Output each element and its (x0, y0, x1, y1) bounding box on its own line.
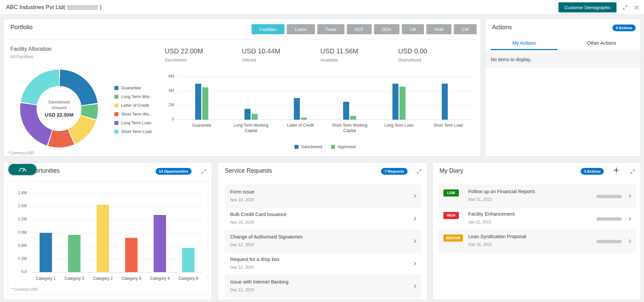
category-label: Category 6 (174, 276, 203, 281)
legend-swatch (114, 86, 118, 90)
legend-item: Long Term Loan (114, 119, 153, 127)
service-request-date: Dec 12, 2020 (230, 243, 254, 247)
bar-group (424, 84, 473, 120)
tab-loans[interactable]: Loans (287, 24, 315, 34)
close-icon[interactable] (634, 5, 639, 10)
category-label: Category 3 (60, 276, 89, 281)
stat-available: USD 11.56M Available (320, 47, 358, 62)
progress-bar[interactable] (596, 217, 622, 221)
bar-group (32, 233, 60, 272)
y-axis-labels: 0.00.3M0.6M0.9M1.2M1.5M1.8M (9, 193, 27, 272)
y-tick-label: 0.6M (18, 243, 27, 248)
bar-group (276, 98, 325, 120)
expand-icon[interactable] (201, 168, 207, 175)
portfolio-tabs: Facilities Loans Trade SCF DDA LM VAM CM (252, 24, 477, 34)
tab-facilities[interactable]: Facilities (252, 24, 285, 34)
currency-footnote: * Currency USD (8, 151, 34, 155)
customer-demographic-button[interactable]: Customer Demographic (558, 2, 616, 12)
bar-group (89, 205, 117, 272)
expand-icon[interactable] (622, 4, 628, 11)
service-request-row[interactable]: Request for a drop box Dec 12, 2020 (225, 253, 421, 275)
diary-row[interactable]: HIGH Facility Enhancement Jan 11, 2022 (438, 208, 636, 230)
progress-bar[interactable] (596, 240, 622, 243)
bar-chart-legend: SanctionedApproved (177, 144, 473, 149)
bar (97, 205, 109, 272)
x-axis-labels: GuaranteeLong Term Working CapitalLetter… (177, 123, 473, 133)
legend-swatch (331, 145, 335, 149)
bar (399, 87, 406, 120)
chevron-right-icon[interactable] (414, 262, 416, 266)
bar-group (174, 248, 203, 272)
legend-label: Long Term Loan (121, 121, 151, 125)
chevron-right-icon[interactable] (414, 284, 416, 288)
y-tick-label: 1.2M (18, 217, 27, 221)
legend-label: Approved (338, 144, 356, 149)
y-axis-labels: 02M4M6M (157, 77, 174, 120)
tab-dda[interactable]: DDA (374, 24, 399, 34)
opportunities-panel: Opportunities 14 Opportunities 0.00.3M0.… (3, 162, 212, 300)
plus-icon (613, 167, 619, 173)
tab-cm[interactable]: CM (454, 24, 477, 34)
y-tick-label: 0 (172, 117, 174, 122)
y-tick-label: 0.9M (18, 230, 27, 235)
legend-label: Sanctioned (301, 144, 322, 149)
chevron-right-icon[interactable] (629, 217, 631, 221)
tab-lm[interactable]: LM (402, 24, 424, 34)
y-tick-label: 0.0 (21, 269, 27, 274)
y-tick-label: 1.8M (18, 190, 27, 195)
tab-trade[interactable]: Trade (317, 24, 344, 34)
gauge-widget-button[interactable] (8, 164, 37, 175)
donut-center-value: USD 22.00M (45, 112, 73, 118)
progress-bar[interactable] (596, 195, 622, 198)
legend-label: Short Term Loan (121, 129, 152, 134)
bar (195, 84, 201, 120)
bar (442, 84, 448, 120)
expand-icon[interactable] (630, 168, 636, 175)
expand-icon[interactable] (416, 168, 422, 175)
y-tick-label: 6M (168, 74, 174, 79)
add-diary-entry-button[interactable] (613, 167, 620, 174)
chevron-right-icon[interactable] (629, 239, 631, 243)
redacted-customer-id (67, 5, 98, 10)
service-requests-count-badge: 7 Requests (381, 168, 408, 175)
chevron-right-icon[interactable] (414, 217, 416, 221)
service-request-date: Nov 20, 2020 (230, 220, 254, 225)
portfolio-title: Portfolio (10, 24, 33, 31)
chevron-right-icon[interactable] (414, 194, 416, 198)
priority-badge: HIGH (443, 212, 459, 219)
chevron-right-icon[interactable] (414, 239, 416, 243)
tab-other-actions[interactable]: Other Actions (563, 36, 640, 50)
diary-row[interactable]: LOW Follow up on Financial Reports Mar 3… (438, 185, 636, 208)
opportunities-count-badge: 14 Opportunities (156, 168, 192, 175)
legend-swatch (294, 145, 299, 149)
gridline (177, 120, 473, 120)
tab-my-actions[interactable]: My Actions (485, 36, 563, 50)
service-request-row[interactable]: Form Issue Nov 15, 2020 (225, 185, 421, 208)
bar (40, 233, 52, 272)
chevron-right-icon[interactable] (629, 194, 631, 198)
diary-title: Follow up on Financial Reports (468, 189, 535, 194)
opportunities-chart-box: 0.00.3M0.6M0.9M1.2M1.5M1.8M Category 1Ca… (8, 181, 208, 295)
bar (294, 98, 300, 120)
facility-allocation-donut-chart: Sanctioned Amount USD 22.00M (20, 70, 98, 147)
empty-state-message: No items to display. (485, 51, 640, 68)
bar (154, 215, 166, 272)
gauge-icon (18, 167, 27, 172)
diary-row[interactable]: MEDIUM Loan Syndication Proposal Dec 31,… (438, 230, 636, 253)
service-request-row[interactable]: Bulk Credit Card Issuance Nov 20, 2020 (225, 208, 421, 230)
service-request-row[interactable]: Change of Authorised Signatories Dec 12,… (225, 230, 421, 253)
y-tick-label: 2M (168, 102, 174, 107)
legend-label: Long Term Wor... (121, 94, 153, 99)
service-request-date: Dec 12, 2020 (230, 265, 254, 270)
tab-vam[interactable]: VAM (426, 24, 451, 34)
y-tick-label: 1.5M (18, 204, 27, 208)
service-request-row[interactable]: Issue with Internet Banking Dec 12, 2020 (225, 275, 421, 298)
service-request-date: Nov 15, 2020 (230, 198, 254, 202)
tab-scf[interactable]: SCF (347, 24, 372, 34)
bar-group (325, 102, 374, 120)
stat-utilized: USD 10.44M Utilized (242, 47, 280, 62)
legend-item: Short Term Wo... (114, 110, 153, 119)
app-header: ABC Industries Pvt Ltd() Customer Demogr… (0, 0, 644, 15)
bar-group (60, 235, 89, 272)
service-request-date: Dec 12, 2020 (230, 288, 254, 292)
